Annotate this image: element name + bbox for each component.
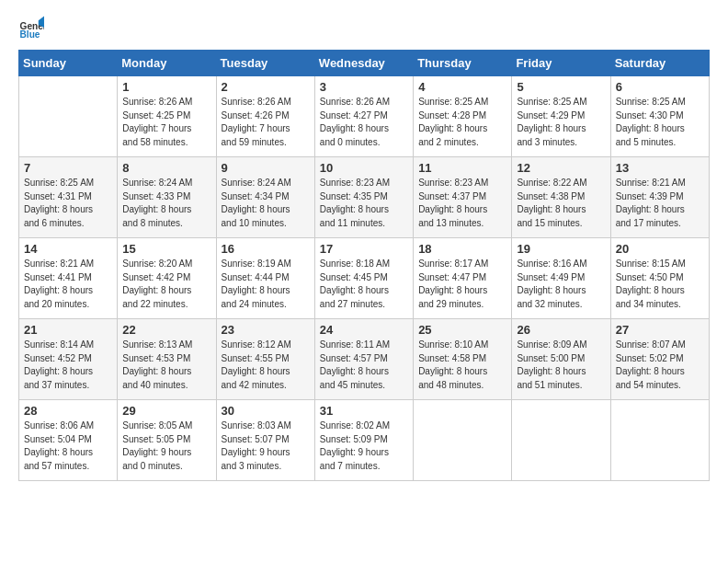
day-cell: 14Sunrise: 8:21 AMSunset: 4:41 PMDayligh… [19,238,118,319]
day-cell: 2Sunrise: 8:26 AMSunset: 4:26 PMDaylight… [216,76,314,157]
day-info: Sunrise: 8:25 AMSunset: 4:28 PMDaylight:… [418,96,506,149]
day-cell: 5Sunrise: 8:25 AMSunset: 4:29 PMDaylight… [512,76,610,157]
calendar-table: SundayMondayTuesdayWednesdayThursdayFrid… [18,50,710,481]
day-number: 30 [222,404,310,418]
day-cell: 8Sunrise: 8:24 AMSunset: 4:33 PMDaylight… [118,157,216,238]
day-number: 31 [320,404,408,418]
day-number: 2 [222,80,310,94]
day-cell [610,400,709,481]
day-info: Sunrise: 8:25 AMSunset: 4:31 PMDaylight:… [24,177,112,230]
day-cell: 16Sunrise: 8:19 AMSunset: 4:44 PMDayligh… [216,238,314,319]
day-number: 27 [616,323,704,337]
day-info: Sunrise: 8:13 AMSunset: 4:53 PMDaylight:… [122,339,210,392]
day-info: Sunrise: 8:24 AMSunset: 4:33 PMDaylight:… [122,177,210,230]
day-info: Sunrise: 8:03 AMSunset: 5:07 PMDaylight:… [222,419,310,473]
day-number: 14 [24,242,112,256]
day-cell: 1Sunrise: 8:26 AMSunset: 4:25 PMDaylight… [118,76,216,157]
day-info: Sunrise: 8:25 AMSunset: 4:29 PMDaylight:… [517,96,605,149]
week-row-4: 21Sunrise: 8:14 AMSunset: 4:52 PMDayligh… [19,319,710,400]
weekday-header-tuesday: Tuesday [216,51,314,76]
day-number: 18 [418,242,506,256]
day-cell: 23Sunrise: 8:12 AMSunset: 4:55 PMDayligh… [216,319,314,400]
day-cell: 7Sunrise: 8:25 AMSunset: 4:31 PMDaylight… [19,157,118,238]
week-row-1: 1Sunrise: 8:26 AMSunset: 4:25 PMDaylight… [19,76,710,157]
day-number: 17 [320,242,408,256]
day-cell: 9Sunrise: 8:24 AMSunset: 4:34 PMDaylight… [216,157,314,238]
day-cell: 10Sunrise: 8:23 AMSunset: 4:35 PMDayligh… [314,157,413,238]
day-number: 26 [517,323,605,337]
day-info: Sunrise: 8:18 AMSunset: 4:45 PMDaylight:… [320,258,408,311]
day-info: Sunrise: 8:20 AMSunset: 4:42 PMDaylight:… [122,258,210,311]
day-number: 12 [517,161,605,175]
day-cell: 15Sunrise: 8:20 AMSunset: 4:42 PMDayligh… [118,238,216,319]
day-number: 3 [320,80,408,94]
day-info: Sunrise: 8:24 AMSunset: 4:34 PMDaylight:… [222,177,310,230]
logo: General Blue [18,15,44,40]
day-number: 4 [418,80,506,94]
day-info: Sunrise: 8:05 AMSunset: 5:05 PMDaylight:… [122,419,210,473]
day-cell: 13Sunrise: 8:21 AMSunset: 4:39 PMDayligh… [610,157,709,238]
day-number: 13 [616,161,704,175]
day-cell: 6Sunrise: 8:25 AMSunset: 4:30 PMDaylight… [610,76,709,157]
day-cell: 30Sunrise: 8:03 AMSunset: 5:07 PMDayligh… [216,400,314,481]
day-cell: 29Sunrise: 8:05 AMSunset: 5:05 PMDayligh… [118,400,216,481]
day-info: Sunrise: 8:06 AMSunset: 5:04 PMDaylight:… [24,419,112,473]
day-cell: 31Sunrise: 8:02 AMSunset: 5:09 PMDayligh… [314,400,413,481]
day-number: 8 [122,161,210,175]
day-info: Sunrise: 8:26 AMSunset: 4:27 PMDaylight:… [320,96,408,149]
day-number: 9 [222,161,310,175]
day-number: 22 [122,323,210,337]
logo-icon: General Blue [18,15,44,40]
day-number: 24 [320,323,408,337]
day-cell: 20Sunrise: 8:15 AMSunset: 4:50 PMDayligh… [610,238,709,319]
day-info: Sunrise: 8:16 AMSunset: 4:49 PMDaylight:… [517,258,605,311]
day-info: Sunrise: 8:26 AMSunset: 4:26 PMDaylight:… [222,96,310,149]
page: General Blue SundayMondayTuesdayWednesda… [0,0,728,563]
weekday-header-wednesday: Wednesday [314,51,413,76]
day-cell: 18Sunrise: 8:17 AMSunset: 4:47 PMDayligh… [414,238,512,319]
svg-text:Blue: Blue [20,29,40,40]
day-number: 11 [418,161,506,175]
day-number: 15 [122,242,210,256]
day-cell: 17Sunrise: 8:18 AMSunset: 4:45 PMDayligh… [314,238,413,319]
weekday-header-sunday: Sunday [19,51,118,76]
weekday-header-monday: Monday [118,51,216,76]
day-cell [512,400,610,481]
day-info: Sunrise: 8:17 AMSunset: 4:47 PMDaylight:… [418,258,506,311]
header: General Blue [18,15,710,40]
day-info: Sunrise: 8:21 AMSunset: 4:39 PMDaylight:… [616,177,704,230]
weekday-header-row: SundayMondayTuesdayWednesdayThursdayFrid… [19,51,710,76]
day-number: 5 [517,80,605,94]
day-info: Sunrise: 8:15 AMSunset: 4:50 PMDaylight:… [616,258,704,311]
day-number: 28 [24,404,112,418]
day-cell: 26Sunrise: 8:09 AMSunset: 5:00 PMDayligh… [512,319,610,400]
day-number: 1 [122,80,210,94]
day-cell: 24Sunrise: 8:11 AMSunset: 4:57 PMDayligh… [314,319,413,400]
day-number: 23 [222,323,310,337]
day-cell: 4Sunrise: 8:25 AMSunset: 4:28 PMDaylight… [414,76,512,157]
day-number: 20 [616,242,704,256]
weekday-header-saturday: Saturday [610,51,709,76]
day-cell: 25Sunrise: 8:10 AMSunset: 4:58 PMDayligh… [414,319,512,400]
day-number: 29 [122,404,210,418]
day-cell [414,400,512,481]
day-info: Sunrise: 8:10 AMSunset: 4:58 PMDaylight:… [418,339,506,392]
day-number: 25 [418,323,506,337]
day-info: Sunrise: 8:09 AMSunset: 5:00 PMDaylight:… [517,339,605,392]
day-number: 6 [616,80,704,94]
day-cell: 12Sunrise: 8:22 AMSunset: 4:38 PMDayligh… [512,157,610,238]
day-cell [19,76,118,157]
day-cell: 3Sunrise: 8:26 AMSunset: 4:27 PMDaylight… [314,76,413,157]
day-info: Sunrise: 8:07 AMSunset: 5:02 PMDaylight:… [616,339,704,392]
weekday-header-thursday: Thursday [414,51,512,76]
day-number: 21 [24,323,112,337]
day-number: 16 [222,242,310,256]
day-cell: 21Sunrise: 8:14 AMSunset: 4:52 PMDayligh… [19,319,118,400]
day-cell: 11Sunrise: 8:23 AMSunset: 4:37 PMDayligh… [414,157,512,238]
week-row-5: 28Sunrise: 8:06 AMSunset: 5:04 PMDayligh… [19,400,710,481]
day-cell: 22Sunrise: 8:13 AMSunset: 4:53 PMDayligh… [118,319,216,400]
day-info: Sunrise: 8:23 AMSunset: 4:35 PMDaylight:… [320,177,408,230]
day-info: Sunrise: 8:26 AMSunset: 4:25 PMDaylight:… [122,96,210,149]
weekday-header-friday: Friday [512,51,610,76]
day-info: Sunrise: 8:21 AMSunset: 4:41 PMDaylight:… [24,258,112,311]
